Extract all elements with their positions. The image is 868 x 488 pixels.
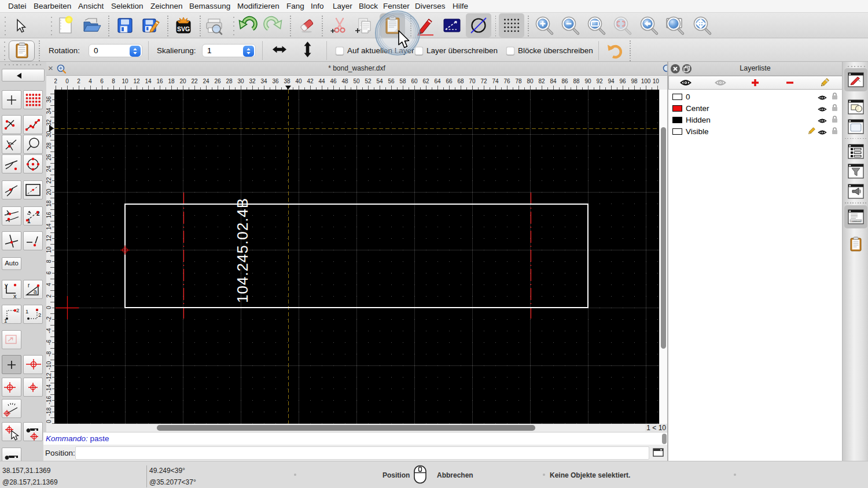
svg-text:18: 18 bbox=[168, 78, 175, 84]
svg-text:22: 22 bbox=[191, 78, 198, 84]
svg-text:34: 34 bbox=[46, 108, 52, 114]
svg-text:8: 8 bbox=[46, 260, 52, 263]
svg-text:2: 2 bbox=[54, 78, 57, 84]
svg-text:78: 78 bbox=[515, 78, 522, 84]
svg-text:4: 4 bbox=[89, 78, 92, 84]
svg-text:50: 50 bbox=[353, 78, 360, 84]
svg-text:62: 62 bbox=[422, 78, 429, 84]
svg-text:68: 68 bbox=[457, 78, 464, 84]
svg-text:48: 48 bbox=[341, 78, 348, 84]
svg-text:76: 76 bbox=[503, 78, 510, 84]
svg-text:-12: -12 bbox=[46, 372, 52, 381]
svg-text:4: 4 bbox=[46, 283, 52, 286]
svg-text:20: 20 bbox=[46, 188, 52, 195]
svg-text:38: 38 bbox=[284, 78, 290, 84]
svg-text:104.245.02.4B: 104.245.02.4B bbox=[234, 198, 251, 303]
svg-text:8: 8 bbox=[112, 78, 115, 84]
svg-text:-2: -2 bbox=[46, 316, 52, 321]
svg-text:88: 88 bbox=[573, 78, 580, 84]
svg-text:72: 72 bbox=[480, 78, 487, 84]
svg-text:32: 32 bbox=[249, 78, 256, 84]
svg-text:y: y bbox=[5, 282, 8, 289]
svg-text:26: 26 bbox=[46, 154, 52, 161]
svg-text:24: 24 bbox=[46, 165, 52, 172]
svg-text:36: 36 bbox=[46, 96, 52, 103]
svg-text:2: 2 bbox=[46, 294, 52, 298]
svg-text:command: command bbox=[852, 220, 860, 223]
svg-text:100: 100 bbox=[641, 78, 651, 84]
svg-text:SVG: SVG bbox=[177, 25, 190, 32]
svg-text:-10: -10 bbox=[46, 361, 52, 369]
svg-text:32: 32 bbox=[46, 119, 52, 126]
svg-text:-16: -16 bbox=[46, 395, 52, 404]
svg-text:x: x bbox=[13, 293, 17, 298]
svg-text:1: 1 bbox=[25, 308, 28, 315]
svg-text:80: 80 bbox=[527, 78, 534, 84]
svg-text:28: 28 bbox=[226, 78, 233, 84]
svg-text:60: 60 bbox=[411, 78, 418, 84]
svg-text:6: 6 bbox=[46, 271, 52, 275]
svg-text:-18: -18 bbox=[46, 407, 52, 416]
svg-text:64: 64 bbox=[434, 78, 441, 84]
svg-text:22: 22 bbox=[46, 177, 52, 184]
svg-text:0: 0 bbox=[46, 420, 52, 423]
svg-text:46: 46 bbox=[330, 78, 337, 84]
svg-text:82: 82 bbox=[538, 78, 545, 84]
svg-text:-6: -6 bbox=[46, 339, 52, 345]
svg-text:18: 18 bbox=[46, 200, 52, 207]
svg-text:92: 92 bbox=[596, 78, 603, 84]
svg-text:66: 66 bbox=[446, 78, 453, 84]
svg-text:2: 2 bbox=[77, 78, 80, 84]
svg-text:90: 90 bbox=[584, 78, 591, 84]
svg-text:12: 12 bbox=[46, 235, 52, 242]
svg-text:98: 98 bbox=[631, 78, 638, 84]
svg-text:a: a bbox=[34, 289, 37, 295]
svg-text:14: 14 bbox=[145, 78, 152, 84]
svg-text:26: 26 bbox=[214, 78, 221, 84]
svg-text:-14: -14 bbox=[46, 384, 52, 393]
svg-text:94: 94 bbox=[608, 78, 615, 84]
svg-text:1: 1 bbox=[4, 317, 7, 323]
svg-text:52: 52 bbox=[365, 78, 372, 84]
svg-text:14: 14 bbox=[46, 223, 52, 230]
svg-text:6: 6 bbox=[100, 78, 104, 84]
svg-text:84: 84 bbox=[550, 78, 557, 84]
svg-text:2: 2 bbox=[38, 312, 41, 318]
svg-text:0: 0 bbox=[46, 306, 52, 309]
svg-text:56: 56 bbox=[388, 78, 395, 84]
svg-text:-4: -4 bbox=[46, 328, 52, 333]
svg-text:10: 10 bbox=[46, 246, 52, 253]
svg-text:40: 40 bbox=[295, 78, 302, 84]
svg-text:54: 54 bbox=[376, 78, 383, 84]
svg-text:70: 70 bbox=[469, 78, 476, 84]
svg-text:12: 12 bbox=[133, 78, 140, 84]
svg-text:74: 74 bbox=[492, 78, 499, 84]
svg-text:r: r bbox=[28, 282, 30, 289]
svg-text:16: 16 bbox=[156, 78, 163, 84]
svg-text:86: 86 bbox=[561, 78, 568, 84]
svg-text:44: 44 bbox=[318, 78, 325, 84]
svg-text:96: 96 bbox=[619, 78, 626, 84]
svg-text:58: 58 bbox=[399, 78, 406, 84]
svg-text:16: 16 bbox=[46, 212, 52, 219]
svg-text:34: 34 bbox=[260, 78, 267, 84]
svg-text:42: 42 bbox=[307, 78, 314, 84]
svg-text:30: 30 bbox=[237, 78, 244, 84]
svg-text:10: 10 bbox=[122, 78, 128, 84]
svg-text:-8: -8 bbox=[46, 351, 52, 356]
svg-text:24: 24 bbox=[203, 78, 209, 84]
svg-text:2: 2 bbox=[16, 307, 19, 313]
svg-text:0: 0 bbox=[65, 78, 69, 84]
svg-text:28: 28 bbox=[46, 142, 52, 149]
svg-text:102: 102 bbox=[653, 78, 659, 84]
svg-text:20: 20 bbox=[179, 78, 186, 84]
svg-text:36: 36 bbox=[272, 78, 279, 84]
